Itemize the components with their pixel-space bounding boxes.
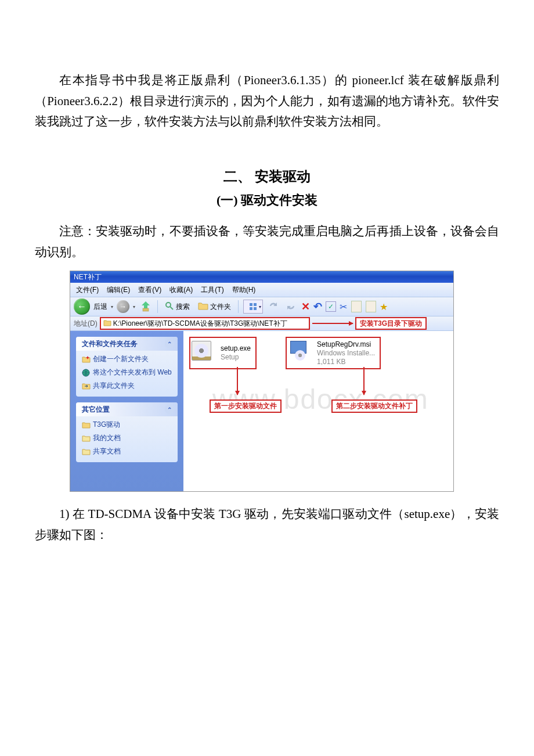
annotation-arrow-icon: [237, 367, 238, 395]
svg-rect-5: [250, 307, 252, 310]
loc-t3g-label: T3G驱动: [93, 420, 120, 430]
share-icon: [82, 382, 91, 390]
task-publish-label: 将这个文件夹发布到 Web: [93, 368, 172, 377]
window-titlebar: NET补丁: [70, 271, 453, 283]
menu-edit[interactable]: 编辑(E): [104, 285, 132, 295]
task-publish[interactable]: 将这个文件夹发布到 Web: [82, 368, 172, 377]
folders-button[interactable]: 文件夹: [196, 301, 233, 312]
menu-fav[interactable]: 收藏(A): [167, 285, 195, 295]
installer-icon: [192, 341, 216, 365]
after-paragraph: 1) 在 TD-SCDMA 设备中安装 T3G 驱动，先安装端口驱动文件（set…: [35, 504, 499, 545]
views-button[interactable]: [243, 300, 263, 314]
tasks-title: 文件和文件夹任务: [82, 339, 138, 349]
favorite-icon[interactable]: ★: [380, 301, 388, 312]
explorer-window: NET补丁 文件(F) 编辑(E) 查看(V) 收藏(A) 工具(T) 帮助(H…: [70, 271, 454, 492]
search-icon: [165, 301, 174, 312]
undo-icon[interactable]: ↶: [313, 300, 322, 313]
globe-icon: [82, 369, 91, 377]
task-share[interactable]: 共享此文件夹: [82, 381, 172, 391]
file-name: SetupRegDrv.msi: [317, 340, 375, 349]
annotation-arrow-icon: [363, 367, 365, 395]
folders-label: 文件夹: [210, 302, 231, 312]
loc-shared[interactable]: 共享文档: [82, 447, 172, 456]
file-name: setup.exe: [221, 344, 251, 353]
menu-tools[interactable]: 工具(T): [199, 285, 226, 295]
svg-point-1: [166, 303, 171, 307]
addressbar: 地址(D) K:\Pioneer\驱动\TD-SCDMA设备驱动\T3G驱动\N…: [70, 316, 453, 331]
loc-t3g[interactable]: T3G驱动: [82, 420, 172, 430]
folder-icon: [82, 434, 91, 442]
toolbar: ← 后退 ▾ → ▾ 搜索 文件夹 ✕ ↶: [70, 297, 453, 316]
loc-mydocs[interactable]: 我的文档: [82, 433, 172, 443]
address-input[interactable]: K:\Pioneer\驱动\TD-SCDMA设备驱动\T3G驱动\NET补丁: [100, 317, 310, 330]
folder-icon: [82, 448, 91, 456]
intro-paragraph: 在本指导书中我是将正版鼎利（Pioneer3.6.1.35）的 pioneer.…: [35, 70, 499, 132]
loc-shared-label: 共享文档: [93, 447, 121, 456]
annotation-step2: 第二步安装驱动文件补丁: [331, 399, 417, 413]
new-folder-icon: [82, 355, 91, 363]
note-paragraph: 注意：安装驱动时，不要插设备，等安装完成重启电脑之后再插上设备，设备会自动识别。: [35, 221, 499, 262]
sync-icon[interactable]: [269, 301, 278, 312]
search-button[interactable]: 搜索: [163, 301, 192, 312]
search-label: 搜索: [176, 302, 190, 312]
task-new-folder-label: 创建一个新文件夹: [93, 354, 149, 364]
separator-icon: [238, 300, 239, 313]
folder-icon: [103, 319, 113, 328]
svg-rect-4: [254, 303, 257, 306]
address-path: K:\Pioneer\驱动\TD-SCDMA设备驱动\T3G驱动\NET补丁: [113, 319, 287, 329]
sync-icon[interactable]: [286, 301, 295, 312]
section-heading: 二、 安装驱动: [35, 167, 499, 186]
chevron-up-icon[interactable]: ⌃: [165, 339, 174, 348]
file-size: 1,011 KB: [317, 358, 375, 366]
menu-file[interactable]: 文件(F): [74, 285, 101, 295]
other-places-title: 其它位置: [82, 405, 110, 415]
paste-icon[interactable]: [366, 301, 376, 312]
delete-icon[interactable]: ✕: [301, 300, 310, 313]
svg-line-2: [170, 307, 173, 309]
menubar[interactable]: 文件(F) 编辑(E) 查看(V) 收藏(A) 工具(T) 帮助(H): [70, 283, 453, 297]
file-type: Windows Installe...: [317, 349, 375, 358]
folder-icon: [82, 421, 91, 429]
other-places-pane: 其它位置 ⌃ T3G驱动 我的文档: [76, 402, 178, 462]
svg-rect-6: [254, 307, 257, 310]
annotation-arrow-icon: [312, 323, 353, 324]
subsection-heading: (一) 驱动文件安装: [35, 192, 499, 209]
cut-icon[interactable]: ✂: [340, 301, 347, 312]
menu-view[interactable]: 查看(V): [136, 285, 164, 295]
file-setup-exe[interactable]: setup.exe Setup: [189, 337, 257, 369]
svg-rect-0: [143, 308, 149, 311]
back-button[interactable]: ←: [74, 298, 90, 315]
annotation-step1: 第一步安装驱动文件: [210, 399, 282, 413]
chevron-up-icon[interactable]: ⌃: [165, 405, 174, 414]
copy-icon[interactable]: [351, 301, 362, 312]
menu-help[interactable]: 帮助(H): [230, 285, 258, 295]
file-setupregdrv-msi[interactable]: SetupRegDrv.msi Windows Installe... 1,01…: [286, 337, 381, 369]
separator-icon: [157, 300, 158, 313]
task-new-folder[interactable]: 创建一个新文件夹: [82, 354, 172, 364]
address-label: 地址(D): [74, 319, 98, 329]
svg-rect-3: [250, 303, 252, 306]
back-label[interactable]: 后退: [93, 302, 107, 312]
side-panel: 文件和文件夹任务 ⌃ 创建一个新文件夹 将这个文件夹发布到 Web: [70, 331, 183, 491]
forward-button[interactable]: →: [117, 300, 129, 313]
loc-mydocs-label: 我的文档: [93, 433, 121, 443]
task-share-label: 共享此文件夹: [93, 381, 135, 391]
tasks-pane: 文件和文件夹任务 ⌃ 创建一个新文件夹 将这个文件夹发布到 Web: [76, 337, 178, 397]
annotation-install-t3g: 安装T3G目录下驱动: [355, 317, 427, 330]
up-button[interactable]: [139, 300, 153, 313]
check-icon[interactable]: ✓: [326, 301, 336, 312]
file-type: Setup: [221, 353, 251, 362]
msi-icon: [288, 341, 312, 365]
folder-icon: [198, 301, 208, 312]
file-list: www.bdocx.com setup.exe Setup: [183, 331, 453, 491]
